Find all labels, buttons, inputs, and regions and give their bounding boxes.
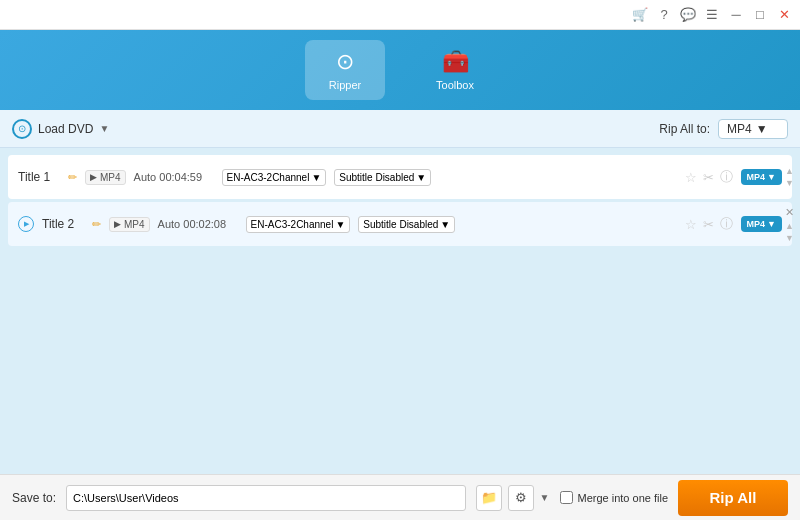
title-2-output-format-badge[interactable]: MP4 ▼ — [741, 216, 782, 232]
audio-select-2-chevron-icon: ▼ — [335, 219, 345, 230]
output-format-chevron-icon: ▼ — [767, 172, 776, 182]
title-bar: 🛒 ? 💬 ☰ ─ □ ✕ — [0, 0, 800, 30]
toolbox-label: Toolbox — [436, 79, 474, 91]
side-up-chevron-icon[interactable]: ▲ — [785, 166, 794, 176]
browse-folder-button[interactable]: 📁 — [476, 485, 502, 511]
toolbar: ⊙ Load DVD ▼ Rip All to: MP4 ▼ — [0, 110, 800, 148]
title-1-format-icon: ▶ — [90, 172, 97, 182]
title-2-subtitle-value: Subtitle Disabled — [363, 219, 438, 230]
title-1-star-icon[interactable]: ☆ — [685, 170, 697, 185]
ripper-icon: ⊙ — [336, 49, 354, 75]
title-2-subtitle-select[interactable]: Subtitle Disabled ▼ — [358, 216, 455, 233]
minimize-icon[interactable]: ─ — [728, 7, 744, 23]
bottom-bar: Save to: 📁 ⚙ ▼ Merge into one file Rip A… — [0, 474, 800, 520]
title-1-scissor-icon[interactable]: ✂ — [703, 170, 714, 185]
load-dvd-icon: ⊙ — [12, 119, 32, 139]
title-1-action-icons: ☆ ✂ ⓘ — [685, 168, 733, 186]
cart-icon[interactable]: 🛒 — [632, 7, 648, 23]
title-1-audio-select[interactable]: EN-AC3-2Channel ▼ — [222, 169, 327, 186]
title-2-info: Auto 00:02:08 — [158, 218, 238, 230]
load-dvd-chevron-icon: ▼ — [99, 123, 109, 134]
rip-all-to-format-select[interactable]: MP4 ▼ — [718, 119, 788, 139]
save-to-input[interactable] — [66, 485, 466, 511]
title-1-edit-icon[interactable]: ✏ — [68, 171, 77, 184]
title-2-audio-select[interactable]: EN-AC3-2Channel ▼ — [246, 216, 351, 233]
ripper-label: Ripper — [329, 79, 361, 91]
content-area: Title 1 ✏ ▶ MP4 Auto 00:04:59 EN-AC3-2Ch… — [0, 148, 800, 474]
nav-bar: ⊙ Ripper 🧰 Toolbox — [0, 30, 800, 110]
title-2-audio-value: EN-AC3-2Channel — [251, 219, 334, 230]
title-2-format-icon: ▶ — [114, 219, 121, 229]
title-2-format-badge: ▶ MP4 — [109, 217, 150, 232]
rip-all-to-format-value: MP4 — [727, 122, 752, 136]
output-format-2-chevron-icon: ▼ — [767, 219, 776, 229]
format-select-chevron-icon: ▼ — [756, 122, 768, 136]
merge-checkbox[interactable] — [560, 491, 573, 504]
title-1-format: MP4 — [100, 172, 121, 183]
load-dvd-button[interactable]: ⊙ Load DVD ▼ — [12, 119, 109, 139]
title-2-output-format-label: MP4 — [747, 219, 766, 229]
title-2-scissor-icon[interactable]: ✂ — [703, 217, 714, 232]
settings-button[interactable]: ⚙ — [508, 485, 534, 511]
save-to-label: Save to: — [12, 491, 56, 505]
title-2-edit-icon[interactable]: ✏ — [92, 218, 101, 231]
maximize-icon[interactable]: □ — [752, 7, 768, 23]
title-row: Title 1 ✏ ▶ MP4 Auto 00:04:59 EN-AC3-2Ch… — [8, 155, 792, 199]
title-1-name: Title 1 — [18, 170, 60, 184]
question-icon[interactable]: ? — [656, 7, 672, 23]
title-2-star-icon[interactable]: ☆ — [685, 217, 697, 232]
chat-icon[interactable]: 💬 — [680, 7, 696, 23]
menu-icon[interactable]: ☰ — [704, 7, 720, 23]
nav-item-ripper[interactable]: ⊙ Ripper — [305, 40, 385, 100]
title-2-format: MP4 — [124, 219, 145, 230]
title-1-side-actions: ▲ ▼ — [785, 155, 794, 199]
title-1-subtitle-value: Subtitle Disabled — [339, 172, 414, 183]
merge-check-section: Merge into one file — [560, 491, 669, 504]
rip-all-button[interactable]: Rip All — [678, 480, 788, 516]
close-icon[interactable]: ✕ — [776, 7, 792, 23]
title-1-subtitle-select[interactable]: Subtitle Disabled ▼ — [334, 169, 431, 186]
title-1-output-format-badge[interactable]: MP4 ▼ — [741, 169, 782, 185]
title-2-play-button[interactable]: ▶ — [18, 216, 34, 232]
subtitle-select-2-chevron-icon: ▼ — [440, 219, 450, 230]
title-1-format-badge: ▶ MP4 — [85, 170, 126, 185]
title-2-remove-icon[interactable]: ✕ — [785, 206, 794, 219]
toolbox-icon: 🧰 — [442, 49, 469, 75]
rip-all-label: Rip All — [710, 489, 757, 506]
title-2-info-icon[interactable]: ⓘ — [720, 215, 733, 233]
title-1-output-format-label: MP4 — [747, 172, 766, 182]
load-dvd-label: Load DVD — [38, 122, 93, 136]
title-2-down-chevron-icon[interactable]: ▼ — [785, 233, 794, 243]
title-1-audio-value: EN-AC3-2Channel — [227, 172, 310, 183]
merge-label: Merge into one file — [578, 492, 669, 504]
title-row: ▶ Title 2 ✏ ▶ MP4 Auto 00:02:08 EN-AC3-2… — [8, 202, 792, 246]
settings-chevron-icon: ▼ — [540, 492, 550, 503]
subtitle-select-chevron-icon: ▼ — [416, 172, 426, 183]
bottom-icons: 📁 ⚙ ▼ — [476, 485, 550, 511]
title-2-action-icons: ☆ ✂ ⓘ — [685, 215, 733, 233]
audio-select-chevron-icon: ▼ — [311, 172, 321, 183]
title-1-info: Auto 00:04:59 — [134, 171, 214, 183]
title-2-side-actions: ✕ ▲ ▼ — [785, 202, 794, 246]
title-2-name: Title 2 — [42, 217, 84, 231]
title-1-info-icon[interactable]: ⓘ — [720, 168, 733, 186]
side-down-chevron-icon[interactable]: ▼ — [785, 178, 794, 188]
rip-all-to-label: Rip All to: — [659, 122, 710, 136]
title-2-up-chevron-icon[interactable]: ▲ — [785, 221, 794, 231]
rip-all-to-section: Rip All to: MP4 ▼ — [659, 119, 788, 139]
nav-item-toolbox[interactable]: 🧰 Toolbox — [415, 40, 495, 100]
